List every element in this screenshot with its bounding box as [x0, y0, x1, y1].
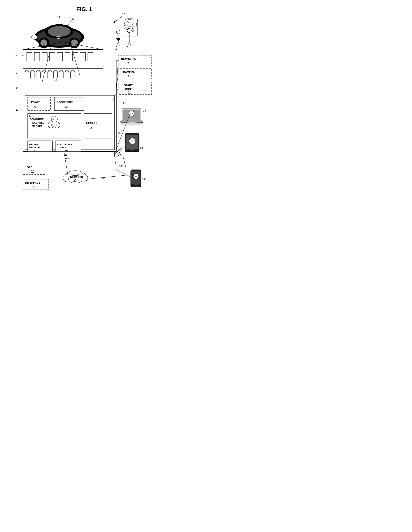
network-label: NETWORK [70, 176, 83, 179]
svg-rect-37 [118, 69, 152, 79]
circuit-box-36: CIRCUIT 36 [84, 114, 112, 138]
label-40-num: 40 [29, 114, 31, 117]
svg-line-93 [116, 60, 118, 88]
label-49: 49 [72, 17, 74, 20]
label-18pp: 18'' [119, 165, 123, 167]
svg-point-10 [31, 35, 37, 39]
network-cloud-35: NETWORK 35 [63, 171, 88, 183]
diagram-svg: FIG. 1 10 49 24 32 [4, 4, 172, 225]
person-42-prime: 42' [115, 30, 121, 50]
label-53p-tablet: 53' [131, 140, 134, 142]
label-53p-phone-inside: 53' [135, 175, 137, 178]
svg-point-84 [135, 184, 137, 186]
interface-box-61: INTERFACE 61 [23, 179, 49, 190]
code-label: CODE [125, 87, 133, 91]
label-26: 26 [14, 55, 17, 58]
label-18: 18 [64, 153, 67, 156]
svg-rect-49 [53, 72, 57, 78]
svg-rect-42 [31, 71, 34, 72]
svg-rect-53 [65, 72, 69, 78]
svg-rect-72 [121, 121, 143, 123]
svg-rect-61 [54, 97, 84, 111]
svg-rect-40 [26, 71, 28, 72]
label-24: 24 [57, 16, 60, 19]
label-34p: 34' [140, 146, 144, 149]
svg-rect-56 [71, 71, 74, 72]
interface-label: INTERFACE [25, 181, 40, 184]
label-42: 42 [132, 30, 135, 33]
laptop-34: 53' 34 [120, 109, 146, 125]
medium-label: MEDIUM [32, 125, 42, 128]
label-18p: 18' [118, 131, 121, 134]
car-illustration: 49 24 32 [31, 16, 84, 48]
power-box-43: POWER 43 [28, 97, 50, 111]
svg-point-5 [48, 26, 71, 37]
svg-point-9 [71, 39, 78, 46]
label-32: 32 [57, 36, 60, 39]
start-code-box: START CODE 51 [118, 82, 152, 94]
svg-rect-48 [48, 71, 51, 72]
svg-rect-44 [37, 71, 40, 72]
label-14: 14 [16, 86, 18, 89]
svg-rect-80 [131, 150, 133, 150]
svg-line-29 [116, 42, 118, 47]
start-code-label: START [124, 84, 133, 87]
label-38: 38 [65, 105, 68, 108]
label-47: 47 [128, 75, 130, 77]
label-34pp: 34'' [142, 178, 146, 181]
tablet-34p: 53' 34' [125, 133, 144, 152]
svg-rect-50 [54, 71, 57, 72]
svg-point-26 [116, 30, 120, 34]
label-55: 55 [56, 124, 58, 126]
label-45: 45 [127, 61, 130, 64]
computer-label: COMPUTER [29, 118, 44, 121]
svg-rect-52 [60, 71, 63, 72]
label-16: 16 [54, 78, 57, 81]
camera-box: CAMERA 47 [118, 69, 152, 79]
circuit-label: CIRCUIT [86, 122, 97, 124]
phone-34pp: 53' 34'' [131, 170, 146, 187]
label-12: 12 [16, 108, 18, 111]
power-label: POWER [31, 101, 41, 104]
fuel-pumps-area: 16 20 [16, 71, 75, 81]
label-11: 11 [135, 19, 138, 22]
svg-rect-86 [23, 164, 45, 174]
svg-line-99 [115, 154, 116, 170]
svg-line-11 [67, 21, 72, 26]
biometric-box: BIOMETRIC 45 [118, 55, 152, 66]
svg-rect-41 [30, 72, 35, 78]
svg-rect-51 [59, 72, 63, 78]
svg-rect-69 [25, 152, 115, 157]
label-51: 51 [128, 91, 131, 94]
label-36: 36 [90, 126, 93, 129]
processor-box-38: PROCESSOR 38 [54, 97, 84, 111]
camera-label: CAMERA [123, 71, 135, 74]
info-label: INFO [60, 146, 66, 149]
gps-label: GPS [27, 166, 32, 169]
fingerprint-11: 11 [122, 18, 138, 36]
svg-marker-1 [114, 21, 115, 23]
svg-rect-78 [127, 150, 128, 150]
label-53p-area: 53' [123, 101, 126, 104]
label-41: 41 [53, 118, 56, 121]
svg-rect-47 [48, 72, 52, 78]
label-10: 10 [122, 13, 125, 16]
label-53: 53 [50, 124, 53, 126]
crm-box-40: 40 COMPUTER READABLE MEDIUM 41 53 55 [28, 114, 81, 138]
electronic-info-box-30: ELECTRONIC INFO 30 [55, 141, 81, 153]
svg-rect-55 [71, 72, 75, 78]
label-34: 34 [143, 109, 146, 112]
svg-point-7 [40, 39, 47, 46]
label-42p: 42' [115, 48, 117, 50]
svg-rect-66 [84, 114, 112, 138]
svg-rect-79 [129, 150, 131, 150]
label-43: 43 [34, 105, 37, 108]
svg-point-73 [120, 123, 143, 125]
gps-box-57: GPS 57 [23, 164, 45, 174]
svg-line-34 [127, 42, 129, 47]
label-53p-laptop: 53' [130, 113, 133, 115]
svg-rect-38 [118, 82, 152, 94]
svg-rect-87 [23, 179, 49, 190]
svg-rect-25 [122, 19, 137, 36]
electronic-label: ELECTRONIC [57, 143, 73, 146]
